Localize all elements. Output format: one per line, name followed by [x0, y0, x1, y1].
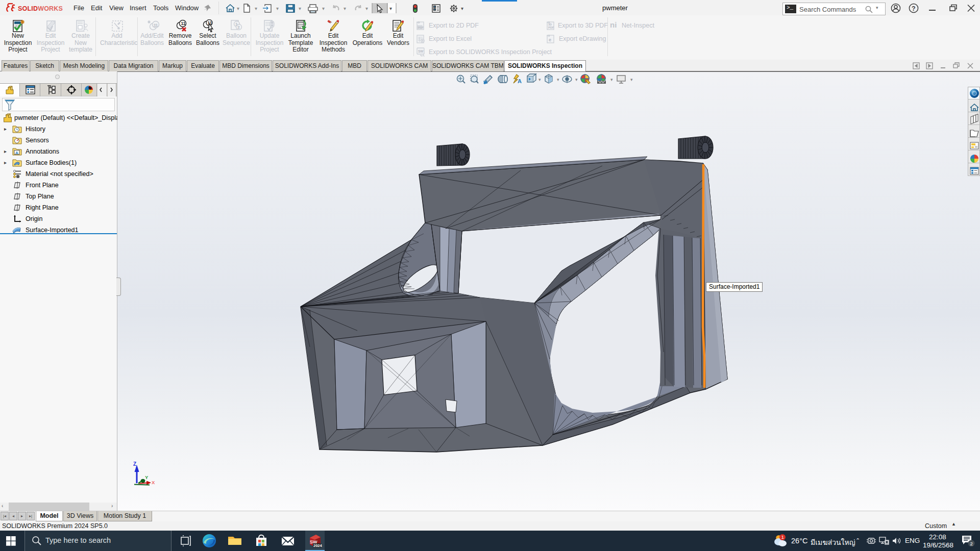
svg-text:2: 2: [238, 26, 240, 29]
svg-text:2024: 2024: [313, 543, 323, 548]
svg-text:▾: ▾: [389, 6, 392, 11]
svg-text:▾: ▾: [344, 6, 346, 11]
svg-text:1: 1: [781, 535, 784, 540]
svg-text:▾: ▾: [322, 6, 325, 11]
svg-text:A: A: [15, 151, 18, 155]
svg-text:Y: Y: [145, 474, 149, 480]
svg-text:?: ?: [912, 5, 916, 12]
svg-text:▾: ▾: [237, 6, 239, 11]
svg-text:Z: Z: [133, 461, 136, 467]
svg-text:▾: ▾: [255, 6, 257, 11]
svg-text:X: X: [152, 480, 155, 485]
svg-text:11: 11: [181, 21, 186, 26]
svg-text:11: 11: [154, 23, 158, 28]
svg-text:SOLIDWORKS: SOLIDWORKS: [18, 5, 63, 12]
svg-text:▾: ▾: [365, 6, 368, 11]
svg-text:PDF: PDF: [548, 26, 554, 29]
svg-text:ni: ni: [610, 20, 617, 29]
svg-text:▾: ▾: [461, 6, 463, 11]
svg-text:PDF: PDF: [418, 26, 424, 29]
svg-text:SW: SW: [418, 49, 424, 53]
svg-text:2: 2: [970, 541, 972, 546]
svg-text:▾: ▾: [276, 6, 279, 11]
svg-text:e: e: [549, 37, 551, 42]
svg-text:▾: ▾: [299, 6, 301, 11]
